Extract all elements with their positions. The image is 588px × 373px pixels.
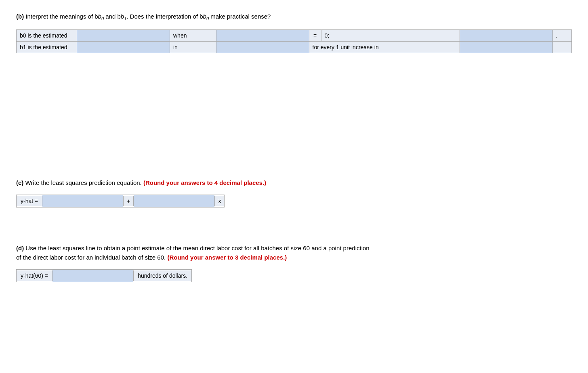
b0-input1-cell <box>77 29 170 41</box>
b1-label: b1 is the estimated <box>17 41 77 53</box>
b1-in-cell: in <box>170 41 216 53</box>
section-d: (d) Use the least squares line to obtain… <box>16 244 572 282</box>
gap-b-c <box>16 65 572 178</box>
b0-input3[interactable] <box>460 30 552 41</box>
b1-input3[interactable] <box>460 42 552 53</box>
yhat-input2[interactable] <box>134 195 214 207</box>
b0-zero-cell: 0; <box>321 29 460 41</box>
section-d-bold: (d) <box>16 245 24 251</box>
b0-input1[interactable] <box>77 30 170 41</box>
section-b-text3: . Does the interpretation of b <box>126 13 203 20</box>
section-d-round: (Round your answer to 3 decimal places.) <box>167 254 287 261</box>
yhat-input1[interactable] <box>42 195 123 207</box>
b1-empty-cell <box>552 41 571 53</box>
section-b: (b) Interpret the meanings of bb0 and bb… <box>16 12 572 53</box>
b1-input3-cell <box>460 41 552 53</box>
yhat60-label: y-hat(60) = <box>17 270 52 281</box>
section-b-bold: (b) <box>16 13 24 20</box>
gap-c-d <box>16 212 572 244</box>
section-c-title: (c) Write the least squares prediction e… <box>16 178 572 188</box>
b0-var2: b0 <box>203 13 209 20</box>
plus-symbol: + <box>123 196 134 206</box>
section-d-title: (d) Use the least squares line to obtain… <box>16 244 572 262</box>
b1-var: b1 <box>121 13 126 20</box>
yhat-label: y-hat = <box>17 196 42 206</box>
b1-input1-cell <box>77 41 170 53</box>
b1-row: b1 is the estimated in for every 1 unit … <box>17 41 572 53</box>
section-d-text2: of the direct labor cost for an individu… <box>16 254 167 261</box>
section-c-bold: (c) <box>16 179 23 186</box>
section-c: (c) Write the least squares prediction e… <box>16 178 572 208</box>
section-c-round: (Round your answers to 4 decimal places.… <box>143 179 266 186</box>
b0-when-cell: when <box>170 29 216 41</box>
x-symbol: x <box>214 196 224 206</box>
b0-row: b0 is the estimated when = 0; . <box>17 29 572 41</box>
section-b-text2: and b <box>104 13 121 20</box>
b0-input2[interactable] <box>216 30 309 41</box>
b1-for-every-cell: for every 1 unit increase in <box>309 41 460 53</box>
b1-input2[interactable] <box>216 42 309 53</box>
interpretation-table: b0 is the estimated when = 0; . b1 is th… <box>16 29 572 53</box>
b0-input2-cell <box>216 29 309 41</box>
yhat60-input[interactable] <box>52 270 133 282</box>
section-d-text1: Use the least squares line to obtain a p… <box>24 245 370 251</box>
b0-dot-cell: . <box>552 29 571 41</box>
b0-equals-cell: = <box>309 29 321 41</box>
b0-var: b0 <box>98 13 104 20</box>
b1-input2-cell <box>216 41 309 53</box>
section-b-title: (b) Interpret the meanings of bb0 and bb… <box>16 12 572 22</box>
yhat60-equation-row: y-hat(60) = hundreds of dollars. <box>16 269 192 282</box>
b0-input3-cell <box>460 29 552 41</box>
section-b-text4: make practical sense? <box>209 13 271 20</box>
section-c-text: Write the least squares prediction equat… <box>23 179 143 186</box>
hundreds-label: hundreds of dollars. <box>133 270 191 281</box>
section-b-text1: Interpret the meanings of b <box>24 13 98 20</box>
b1-input1[interactable] <box>77 42 170 53</box>
yhat-equation-row: y-hat = + x <box>16 195 225 207</box>
b0-label: b0 is the estimated <box>17 29 77 41</box>
